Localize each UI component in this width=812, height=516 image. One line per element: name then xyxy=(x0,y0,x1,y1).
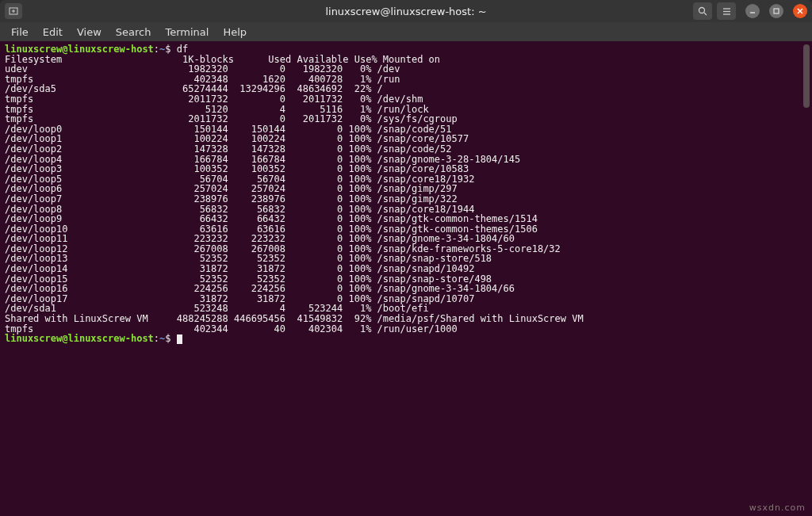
menu-file[interactable]: File xyxy=(5,25,35,40)
menu-terminal[interactable]: Terminal xyxy=(159,25,215,40)
menubar: File Edit View Search Terminal Help xyxy=(0,22,812,41)
new-tab-button[interactable] xyxy=(5,3,22,19)
window-title: linuxscrew@linuxscrew-host: ~ xyxy=(0,6,812,17)
menu-view[interactable]: View xyxy=(71,25,108,40)
terminal-area[interactable]: linuxscrew@linuxscrew-host:~$ df Filesys… xyxy=(0,41,812,516)
window-titlebar: linuxscrew@linuxscrew-host: ~ xyxy=(0,0,812,22)
minimize-button[interactable] xyxy=(745,4,760,18)
menu-help[interactable]: Help xyxy=(216,25,253,40)
svg-rect-9 xyxy=(774,9,779,13)
menu-edit[interactable]: Edit xyxy=(36,25,69,40)
search-button[interactable] xyxy=(693,2,712,20)
svg-point-3 xyxy=(699,7,704,13)
maximize-button[interactable] xyxy=(769,4,783,18)
scrollbar[interactable] xyxy=(802,44,810,488)
menu-button[interactable] xyxy=(717,2,736,20)
scrollbar-track xyxy=(802,44,810,488)
watermark: wsxdn.com xyxy=(749,503,806,513)
scrollbar-thumb[interactable] xyxy=(803,44,810,108)
svg-line-4 xyxy=(704,13,707,15)
close-button[interactable] xyxy=(793,4,807,18)
menu-search[interactable]: Search xyxy=(109,25,158,40)
cursor xyxy=(177,334,182,344)
